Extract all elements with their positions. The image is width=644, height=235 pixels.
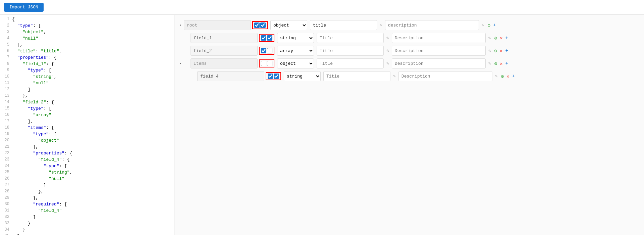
json-line-18: 18 "items": { bbox=[0, 125, 174, 131]
line-number: 7 bbox=[0, 54, 12, 61]
edit-description-icon-field_1[interactable]: ✎ bbox=[487, 35, 492, 41]
edit-description-icon-root[interactable]: ✎ bbox=[480, 22, 486, 29]
description-input-root[interactable] bbox=[385, 20, 479, 30]
add-icon-items[interactable]: + bbox=[505, 60, 509, 67]
checkbox-nullable-field_2[interactable] bbox=[267, 48, 272, 53]
json-line-17: 17 ], bbox=[0, 118, 174, 125]
json-line-14: 14 "field_2": { bbox=[0, 99, 174, 105]
checkbox-required-root[interactable] bbox=[254, 22, 260, 28]
expand-button-items[interactable]: ▾ bbox=[177, 60, 184, 67]
line-content: "field_4": { bbox=[12, 156, 174, 163]
description-input-field_1[interactable] bbox=[392, 33, 486, 43]
edit-description-icon-field_4[interactable]: ✎ bbox=[494, 73, 499, 80]
line-number: 12 bbox=[0, 86, 12, 93]
line-number: 29 bbox=[0, 195, 12, 201]
delete-icon-field_2[interactable]: ✕ bbox=[499, 47, 503, 54]
edit-title-icon-root[interactable]: ✎ bbox=[378, 22, 384, 29]
delete-icon-items[interactable]: ✕ bbox=[499, 60, 503, 67]
schema-row-field_1: stringnumberintegerbooleanarrayobjectnul… bbox=[174, 32, 644, 44]
type-select-field_4[interactable]: stringnumberintegerbooleanarrayobjectnul… bbox=[284, 71, 321, 81]
line-content: ] bbox=[12, 214, 174, 220]
line-content: "array" bbox=[12, 112, 174, 118]
json-line-22: 22 "properties": { bbox=[0, 150, 174, 156]
line-number: 27 bbox=[0, 182, 12, 188]
add-icon-field_2[interactable]: + bbox=[505, 47, 509, 54]
line-content: "properties": { bbox=[12, 54, 174, 61]
title-input-items[interactable] bbox=[317, 58, 384, 68]
line-content: ] bbox=[12, 182, 174, 188]
line-content: "type": [ bbox=[12, 163, 174, 169]
line-number: 28 bbox=[0, 188, 12, 195]
line-content: "object", bbox=[12, 29, 174, 35]
description-input-items[interactable] bbox=[392, 58, 486, 68]
expand-button-root[interactable]: ▾ bbox=[177, 22, 184, 29]
type-select-field_1[interactable]: stringnumberintegerbooleanarrayobjectnul… bbox=[277, 33, 314, 43]
field-name-input-field_2[interactable] bbox=[191, 46, 258, 56]
json-line-21: 21 ], bbox=[0, 144, 174, 150]
gear-icon-field_1[interactable]: ⚙ bbox=[494, 35, 498, 42]
edit-title-icon-field_1[interactable]: ✎ bbox=[385, 35, 390, 41]
json-line-8: 8 "field_1": { bbox=[0, 61, 174, 67]
schema-row-field_2: stringnumberintegerbooleanarrayobjectnul… bbox=[174, 44, 644, 57]
checkbox-nullable-field_4[interactable] bbox=[274, 74, 279, 79]
checkbox-required-field_4[interactable] bbox=[268, 74, 273, 79]
checkbox-required-field_1[interactable] bbox=[261, 35, 266, 41]
checkbox-required-items[interactable] bbox=[261, 61, 266, 66]
add-icon-field_1[interactable]: + bbox=[505, 35, 509, 41]
line-number: 18 bbox=[0, 125, 12, 131]
field-name-input-field_4[interactable] bbox=[197, 71, 264, 81]
line-content: "type": [ bbox=[12, 105, 174, 112]
gear-icon-field_2[interactable]: ⚙ bbox=[494, 47, 498, 54]
type-select-items[interactable]: stringnumberintegerbooleanarrayobjectnul… bbox=[277, 58, 314, 68]
field-name-input-root[interactable] bbox=[184, 20, 251, 30]
line-content: { bbox=[12, 16, 174, 22]
gear-icon-root[interactable]: ⚙ bbox=[487, 22, 491, 29]
line-number: 32 bbox=[0, 214, 12, 220]
add-icon-root[interactable]: + bbox=[492, 22, 496, 29]
edit-title-icon-items[interactable]: ✎ bbox=[385, 60, 390, 67]
title-input-root[interactable] bbox=[310, 20, 377, 30]
line-number: 24 bbox=[0, 163, 12, 169]
title-input-field_1[interactable] bbox=[317, 33, 384, 43]
field-name-input-items[interactable] bbox=[191, 58, 258, 68]
checkbox-required-field_2[interactable] bbox=[261, 48, 266, 53]
description-input-field_2[interactable] bbox=[392, 46, 486, 56]
checkbox-nullable-field_1[interactable] bbox=[267, 35, 272, 41]
json-line-10: 10 "string", bbox=[0, 74, 174, 80]
schema-row-field_4: stringnumberintegerbooleanarrayobjectnul… bbox=[174, 70, 644, 83]
checkbox-group-root bbox=[252, 21, 268, 29]
checkbox-group-items bbox=[259, 59, 274, 67]
type-select-field_2[interactable]: stringnumberintegerbooleanarrayobjectnul… bbox=[277, 46, 314, 56]
line-content: "title": "title", bbox=[12, 48, 174, 54]
title-input-field_4[interactable] bbox=[323, 71, 390, 81]
toolbar: Import JSON bbox=[0, 0, 644, 15]
json-line-25: 25 "string", bbox=[0, 169, 174, 176]
title-input-field_2[interactable] bbox=[317, 46, 384, 56]
json-line-15: 15 "type": [ bbox=[0, 105, 174, 112]
description-input-field_4[interactable] bbox=[398, 71, 492, 81]
checkbox-nullable-root[interactable] bbox=[260, 22, 266, 28]
edit-title-icon-field_2[interactable]: ✎ bbox=[385, 47, 390, 54]
add-icon-field_4[interactable]: + bbox=[512, 73, 516, 80]
line-content: "null" bbox=[12, 80, 174, 86]
field-name-input-field_1[interactable] bbox=[191, 33, 258, 43]
delete-icon-field_1[interactable]: ✕ bbox=[499, 35, 503, 42]
json-line-31: 31 "field_4" bbox=[0, 207, 174, 214]
delete-icon-field_4[interactable]: ✕ bbox=[506, 73, 510, 80]
line-content: "type": [ bbox=[12, 67, 174, 74]
edit-description-icon-field_2[interactable]: ✎ bbox=[487, 47, 492, 54]
json-line-20: 20 "object" bbox=[0, 137, 174, 144]
edit-title-icon-field_4[interactable]: ✎ bbox=[392, 73, 397, 80]
checkbox-group-field_4 bbox=[266, 72, 281, 80]
checkbox-nullable-items[interactable] bbox=[267, 61, 272, 66]
line-number: 35 bbox=[0, 233, 12, 235]
type-select-root[interactable]: stringnumberintegerbooleanarrayobjectnul… bbox=[270, 20, 307, 30]
edit-description-icon-items[interactable]: ✎ bbox=[487, 60, 492, 67]
line-content: }, bbox=[12, 93, 174, 99]
line-number: 2 bbox=[0, 22, 12, 29]
line-number: 17 bbox=[0, 118, 12, 125]
import-json-button[interactable]: Import JSON bbox=[4, 3, 44, 12]
line-content: "object" bbox=[12, 137, 174, 144]
gear-icon-items[interactable]: ⚙ bbox=[494, 60, 498, 67]
gear-icon-field_4[interactable]: ⚙ bbox=[500, 73, 504, 80]
